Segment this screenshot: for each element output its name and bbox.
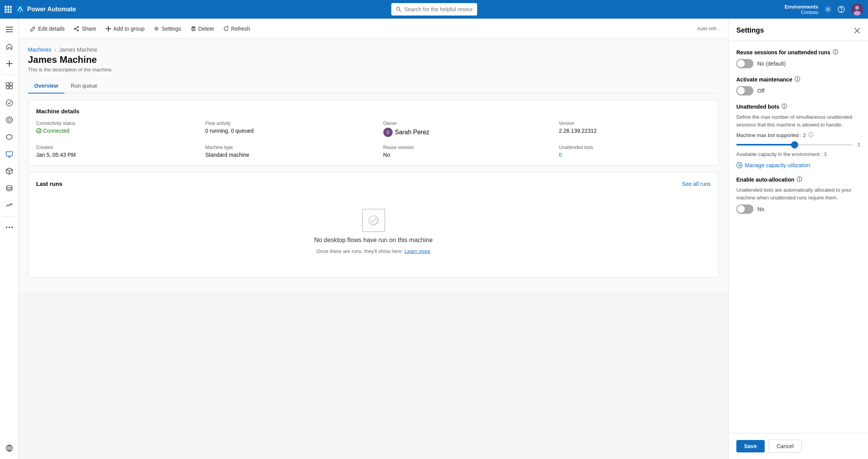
unattended-bots-info-icon[interactable]: ⓘ [781, 103, 787, 110]
enable-auto-alloc-toggle[interactable] [736, 204, 753, 214]
sidebar-item-my-flows[interactable] [2, 78, 17, 94]
reuse-sessions-toggle[interactable] [736, 59, 753, 68]
save-button[interactable]: Save [736, 440, 765, 452]
activate-maintenance-section: Activate maintenance ⓘ Off [736, 76, 860, 95]
last-runs-header: Last runs See all runs [36, 180, 711, 187]
sidebar-item-data[interactable] [2, 180, 17, 196]
svg-rect-24 [6, 83, 9, 85]
sidebar-item-home[interactable] [2, 39, 17, 54]
enable-auto-alloc-desc: Unattended bots are automatically alloca… [736, 186, 860, 201]
learn-more-link[interactable]: Learn more [405, 248, 430, 254]
svg-point-10 [20, 11, 21, 12]
sidebar [0, 19, 19, 459]
search-input[interactable] [404, 6, 472, 12]
owner-cell: S Sarah Perez [383, 128, 544, 137]
settings-toolbar-button[interactable]: Settings [150, 23, 185, 34]
owner-avatar: S [383, 128, 393, 137]
sidebar-item-power-platform[interactable] [2, 440, 17, 456]
reuse-sessions-info-icon[interactable]: ⓘ [833, 49, 838, 56]
enable-auto-alloc-info-icon[interactable]: ⓘ [797, 176, 802, 183]
svg-rect-23 [6, 63, 12, 64]
refresh-button[interactable]: Refresh [219, 23, 254, 34]
svg-rect-27 [10, 86, 12, 89]
svg-rect-25 [10, 83, 12, 85]
sidebar-item-menu[interactable] [2, 22, 17, 37]
reuse-sessions-label: Reuse sessions for unattended runs ⓘ [736, 49, 860, 56]
sidebar-item-approvals[interactable] [2, 95, 17, 111]
sidebar-item-solutions[interactable] [2, 112, 17, 128]
svg-point-46 [74, 28, 75, 29]
enable-auto-alloc-value: No [757, 206, 764, 212]
connected-icon [36, 128, 42, 133]
svg-point-37 [7, 185, 12, 188]
settings-close-button[interactable] [854, 28, 860, 34]
grid-icon[interactable] [5, 6, 12, 13]
sidebar-divider [3, 74, 16, 75]
app-body: Edit details Share Add to group [0, 19, 868, 459]
sidebar-item-ai-builder[interactable] [2, 163, 17, 179]
edit-details-button[interactable]: Edit details [26, 23, 68, 34]
slider-max-label: 1 [858, 142, 860, 147]
svg-point-45 [78, 30, 79, 31]
sidebar-item-monitor[interactable] [2, 197, 17, 213]
svg-line-12 [399, 10, 401, 12]
edit-icon [30, 26, 36, 31]
connectivity-value: Connected [36, 128, 190, 134]
reuse-sessions-toggle-row: No (default) [736, 59, 860, 68]
svg-point-44 [78, 26, 79, 28]
share-button[interactable]: Share [70, 23, 100, 34]
svg-point-38 [6, 227, 7, 228]
add-to-group-button[interactable]: Add to group [102, 23, 148, 34]
delete-button[interactable]: Delete [187, 23, 218, 34]
available-capacity-label: Available capacity in the environment : … [736, 151, 826, 157]
refresh-icon [223, 26, 229, 31]
svg-line-47 [75, 27, 78, 29]
page-title: James Machine [28, 54, 719, 65]
page-description: This is the description of the machine. [28, 67, 719, 73]
unattended-bots-slider[interactable] [736, 144, 853, 145]
svg-rect-20 [6, 29, 13, 30]
enable-auto-allocation-label: Enable auto-allocation ⓘ [736, 176, 860, 183]
sidebar-item-machines[interactable] [2, 146, 17, 162]
manage-capacity-link[interactable]: Manage capacity utilization [736, 162, 860, 168]
connectivity-status-item: Connectivity status Connected [36, 121, 190, 137]
svg-point-28 [6, 100, 12, 106]
svg-rect-0 [5, 6, 7, 8]
activate-maintenance-toggle[interactable] [736, 86, 753, 95]
machine-details-grid: Connectivity status Connected Flow activ… [36, 121, 711, 158]
search-icon [396, 7, 401, 12]
delete-icon [191, 26, 196, 31]
search-bar[interactable] [391, 3, 477, 16]
sidebar-item-more[interactable] [2, 220, 17, 235]
environment-selector[interactable]: Environments Contoso [785, 4, 818, 15]
tab-overview[interactable]: Overview [28, 79, 64, 94]
breadcrumb-separator: › [54, 47, 56, 53]
see-all-runs-link[interactable]: See all runs [682, 181, 711, 187]
svg-rect-52 [192, 28, 195, 31]
cancel-button[interactable]: Cancel [769, 440, 802, 453]
unattended-bots-section: Unattended bots ⓘ Define the max number … [736, 103, 860, 168]
sidebar-item-create[interactable] [2, 56, 17, 71]
activate-maintenance-info-icon[interactable]: ⓘ [795, 76, 800, 83]
tabs: Overview Run queue [28, 79, 719, 94]
svg-point-51 [156, 28, 158, 29]
breadcrumb-parent[interactable]: Machines [28, 47, 51, 53]
svg-rect-50 [106, 28, 111, 29]
tab-run-queue[interactable]: Run queue [64, 79, 104, 94]
activate-maintenance-label: Activate maintenance ⓘ [736, 76, 860, 83]
sidebar-item-process-advisor[interactable] [2, 129, 17, 145]
settings-icon[interactable] [825, 6, 831, 13]
user-avatar[interactable] [851, 3, 863, 16]
help-icon[interactable] [838, 6, 845, 13]
auto-refresh-text: Auto refr... [697, 26, 720, 31]
slider-section: Machine max bot supported : 2 ⓘ 1 [736, 132, 860, 147]
reuse-sessions-value: No (default) [757, 61, 786, 67]
svg-line-48 [75, 29, 78, 30]
app-logo: Power Automate [16, 5, 76, 13]
empty-title: No desktop flows have run on this machin… [314, 237, 433, 244]
main-content-area: Edit details Share Add to group [19, 19, 728, 459]
machine-type-item: Machine type Standard machine [205, 145, 368, 158]
flow-activity-item: Flow activity 0 running, 0 queued [205, 121, 368, 137]
svg-rect-6 [5, 11, 7, 13]
machine-max-bot-info-icon[interactable]: ⓘ [808, 132, 814, 139]
